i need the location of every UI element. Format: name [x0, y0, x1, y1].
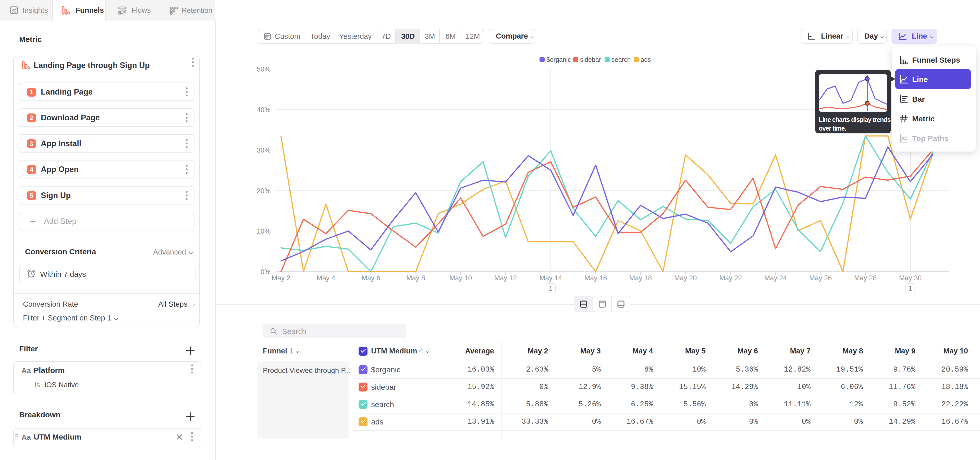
- svg-text:May 10: May 10: [449, 274, 472, 282]
- svg-text:May 20: May 20: [674, 274, 697, 282]
- svg-text:May 14: May 14: [539, 274, 562, 282]
- svg-text:$organic: $organic: [546, 56, 571, 63]
- svg-text:May 4: May 4: [317, 274, 335, 282]
- svg-text:0%: 0%: [261, 268, 270, 276]
- svg-text:search: search: [611, 56, 631, 63]
- svg-text:ads: ads: [641, 56, 651, 63]
- svg-text:1: 1: [549, 284, 552, 292]
- svg-text:30%: 30%: [257, 147, 270, 154]
- svg-text:May 6: May 6: [361, 274, 380, 282]
- svg-text:May 8: May 8: [406, 274, 425, 282]
- svg-text:May 12: May 12: [494, 274, 517, 282]
- svg-text:40%: 40%: [257, 106, 270, 114]
- svg-text:May 30: May 30: [899, 274, 922, 282]
- svg-text:May 24: May 24: [764, 274, 787, 282]
- svg-text:May 22: May 22: [719, 274, 742, 282]
- svg-text:50%: 50%: [257, 65, 270, 73]
- svg-text:May 28: May 28: [854, 274, 877, 282]
- svg-text:May 26: May 26: [809, 274, 832, 282]
- svg-text:May 18: May 18: [629, 274, 652, 282]
- svg-text:20%: 20%: [257, 187, 270, 195]
- svg-text:10%: 10%: [257, 227, 270, 235]
- svg-text:May 2: May 2: [272, 274, 290, 282]
- svg-text:sidebar: sidebar: [580, 56, 601, 63]
- svg-text:1: 1: [908, 284, 912, 292]
- svg-text:May 16: May 16: [584, 274, 607, 282]
